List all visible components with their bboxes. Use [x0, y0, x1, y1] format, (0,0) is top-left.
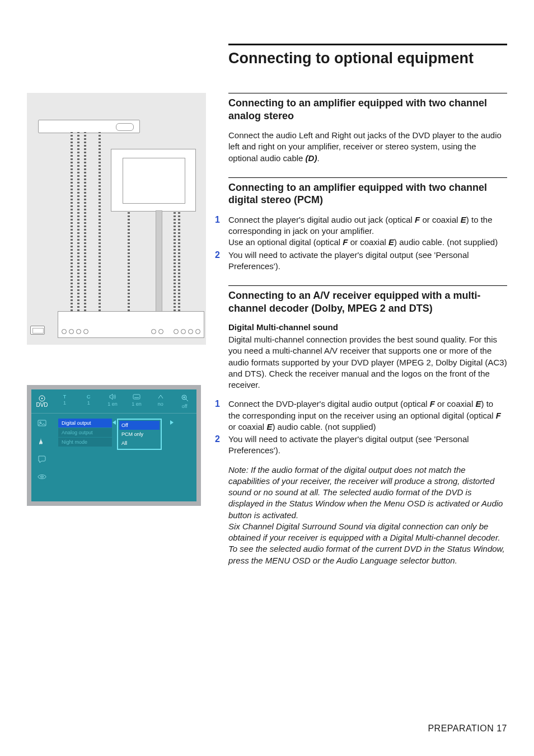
svg-point-11	[40, 476, 44, 477]
sound-tab-icon	[38, 436, 46, 445]
osd-val-3: 1 en	[124, 402, 148, 407]
osd-menu: Digital output Analog output Night mode	[58, 419, 112, 447]
sub-item-pcm: PCM only	[119, 430, 160, 439]
step-pcm-2: 2 You will need to activate the player's…	[215, 250, 507, 273]
osd-top-c: C	[77, 394, 101, 400]
heading-analog: Connecting to an amplifier equipped with…	[228, 97, 507, 122]
subtitle-icon	[133, 394, 140, 400]
para-analog: Connect the audio Left and Right out jac…	[228, 130, 507, 164]
audio-icon	[109, 394, 116, 400]
arrow-right-icon	[170, 420, 174, 425]
svg-point-1	[41, 397, 43, 398]
step-av-1: 1 Connect the DVD-player's digital audio…	[215, 398, 507, 433]
step-pcm-1: 1 Connect the player's digital audio out…	[215, 214, 507, 248]
zoom-icon	[181, 394, 189, 402]
subhead-digital-multi: Digital Multi-channel sound	[228, 322, 507, 332]
note-av: Note: If the audio format of the digital…	[228, 464, 507, 566]
menu-item-digital-output: Digital output	[58, 419, 112, 428]
connection-diagram	[27, 93, 206, 345]
sub-item-all: All	[119, 439, 160, 448]
sub-item-off: Off	[119, 421, 160, 430]
svg-point-10	[38, 475, 46, 479]
features-icon	[38, 472, 46, 481]
picture-icon	[38, 419, 46, 428]
osd-val-1: 1	[77, 401, 101, 406]
svg-line-5	[186, 399, 188, 401]
osd-val-0: 1	[53, 401, 77, 406]
page-footer: PREPARATION 17	[428, 724, 507, 734]
disc-icon	[39, 395, 45, 402]
language-icon	[38, 454, 46, 463]
heading-pcm: Connecting to an amplifier equipped with…	[228, 181, 507, 206]
menu-item-night-mode: Night mode	[58, 438, 112, 447]
dvd-logo: DVD	[36, 402, 48, 408]
svg-rect-2	[133, 395, 140, 399]
heading-av: Connecting to an A/V receiver equipped w…	[228, 289, 507, 314]
menu-item-analog-output: Analog output	[58, 428, 112, 437]
para-av: Digital multi-channel connection provide…	[228, 334, 507, 391]
osd-screenshot: DVD T1 C1 1 en 1 en no	[27, 385, 201, 506]
osd-val-5: off	[172, 404, 196, 409]
angle-icon	[157, 394, 164, 400]
section-av-receiver: Connecting to an A/V receiver equipped w…	[228, 285, 507, 566]
osd-submenu: Off PCM only All	[117, 419, 162, 450]
osd-top-t: T	[53, 394, 77, 400]
osd-val-2: 1 en	[101, 402, 125, 407]
section-analog-stereo: Connecting to an amplifier equipped with…	[228, 93, 507, 164]
page-title: Connecting to optional equipment	[228, 50, 507, 67]
step-av-2: 2 You will need to activate the player's…	[215, 434, 507, 457]
arrow-left-icon	[113, 420, 116, 425]
section-pcm: Connecting to an amplifier equipped with…	[228, 177, 507, 272]
osd-val-4: no	[148, 402, 172, 407]
